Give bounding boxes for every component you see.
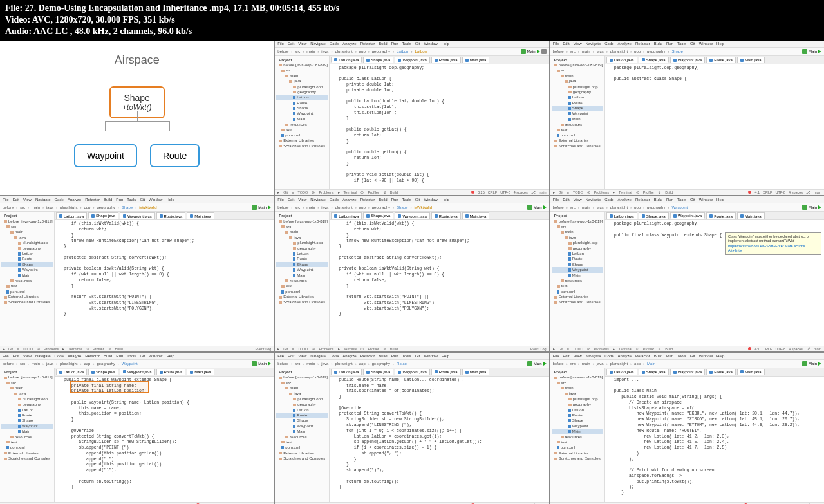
run-icon[interactable]: [537, 50, 540, 53]
breadcrumb-bar: before› src› main› java› pluralsight› oo…: [275, 48, 548, 56]
status-bar: ▸Git≡TODO⊘Problems▸Terminal⊙Profiler↯Bui…: [275, 346, 548, 351]
hammer-icon[interactable]: [802, 205, 807, 210]
editor-tabs[interactable]: LatLon.javaShape.javaWaypoint.javaRoute.…: [605, 212, 824, 220]
status-bar: ▸Git≡TODO⊘Problems▸Terminal⊙Profiler↯Bui…: [550, 502, 824, 504]
breadcrumb-bar: before›src›main›java›pluralsight›oop›geo…: [275, 203, 548, 212]
editor-tabs[interactable]: LatLon.javaShape.javaWaypoint.javaRoute.…: [330, 368, 548, 377]
project-tree[interactable]: Project before [java-oop-1z0-819] src ma…: [550, 368, 605, 502]
thumbnail-diagram: Airspace Shape +toWkt() Waypoint Route: [0, 41, 274, 196]
editor-tabs[interactable]: LatLon.javaShape.javaWaypoint.javaRoute.…: [330, 212, 548, 220]
diagram-connector: [73, 111, 201, 137]
menubar[interactable]: FileEditViewNavigateCodeAnalyzeRefactorB…: [275, 353, 548, 360]
breadcrumb-bar: before›src›main›java›pluralsight›oop›geo…: [0, 203, 274, 212]
project-tree[interactable]: Project before [java-oop-1z0-819] src ma…: [550, 212, 605, 346]
status-bar: ▸Git≡TODO⊘Problems▸Terminal⊙Profiler↯Bui…: [0, 502, 274, 504]
breadcrumb-bar: before›src›main›java›pluralsight›oop›Mai…: [550, 360, 824, 368]
menubar[interactable]: FileEditViewNavigateCodeAnalyzeRefactorB…: [550, 41, 824, 48]
thumbnail-ide-main: FileEditViewNavigateCodeAnalyzeRefactorB…: [550, 353, 824, 504]
run-icon[interactable]: [543, 205, 547, 209]
code-editor[interactable]: package pluralsight.oop.geography; publi…: [605, 64, 824, 190]
status-bar: ▸Git≡TODO⊘Problems▸Terminal⊙Profiler↯Bui…: [275, 502, 548, 504]
status-bar: ▸Git≡TODO⊘Problems▸Terminal⊙Profiler↯Bui…: [275, 189, 548, 195]
field-highlight: [70, 381, 149, 393]
breadcrumb-bar: before›src›main›java›pluralsight›oop›geo…: [550, 203, 824, 212]
menubar[interactable]: FileEditViewNavigateCodeAnalyzeRefactorB…: [0, 196, 274, 203]
status-bar: ▸Git≡TODO⊘Problems▸Terminal⊙Profiler↯Bui…: [550, 189, 824, 195]
breadcrumb-bar: before›src›main›java›pluralsight›oop›geo…: [550, 48, 824, 56]
menubar[interactable]: FileEditViewNavigateCodeAnalyzeRefactorB…: [275, 196, 548, 203]
project-tree[interactable]: Project before [java-oop-1z0-819] src ma…: [550, 56, 605, 190]
thumbnail-grid: Airspace Shape +toWkt() Waypoint Route F…: [0, 41, 824, 504]
project-tree[interactable]: Project before [java-oop-1z0-819] src ma…: [0, 368, 55, 502]
run-icon[interactable]: [818, 205, 821, 209]
editor-tabs[interactable]: LatLon.javaShape.javaWaypoint.javaRoute.…: [605, 368, 824, 377]
debug-icon[interactable]: [541, 49, 547, 54]
breadcrumb-bar: before›src›main›java›pluralsight›oop›geo…: [275, 360, 548, 368]
hammer-icon[interactable]: [527, 205, 532, 210]
code-editor[interactable]: if (this.isWktValid(wkt)) { return wkt; …: [330, 220, 548, 346]
hammer-icon[interactable]: [802, 361, 807, 366]
thumbnail-ide-route: FileEditViewNavigateCodeAnalyzeRefactorB…: [275, 353, 548, 504]
diagram-route-box: Route: [150, 144, 200, 167]
project-tree[interactable]: Project before [java-oop-1z0-819] src ma…: [0, 212, 55, 346]
run-icon[interactable]: [268, 205, 271, 209]
thumbnail-ide-shape: FileEditViewNavigateCodeAnalyzeRefactorB…: [550, 41, 824, 196]
code-editor[interactable]: public Route(String name, LatLon... coor…: [330, 377, 548, 502]
menubar[interactable]: FileEditViewNavigateCodeAnalyzeRefactorB…: [550, 353, 824, 360]
project-tree[interactable]: Project before [java-oop-1z0-819] src ma…: [275, 368, 330, 502]
hammer-icon[interactable]: [252, 205, 257, 210]
editor-tabs[interactable]: LatLon.javaShape.javaWaypoint.javaRoute.…: [55, 368, 274, 377]
code-editor[interactable]: package pluralsight.oop.geography; publi…: [330, 64, 548, 190]
status-bar: ▸Git≡TODO⊘Problems▸Terminal⊙Profiler↯Bui…: [0, 346, 274, 351]
thumbnail-ide-waypoint-error: FileEditViewNavigateCodeAnalyzeRefactorB…: [550, 196, 824, 351]
editor-tabs[interactable]: LatLon.javaShape.javaWaypoint.javaRoute.…: [55, 212, 274, 220]
menubar[interactable]: FileEditViewNavigateCodeAnalyzeRefactorB…: [0, 353, 274, 360]
code-editor[interactable]: import ... public class Main { public st…: [605, 377, 824, 502]
run-icon[interactable]: [818, 362, 821, 366]
run-icon[interactable]: [268, 362, 271, 366]
run-icon[interactable]: [818, 50, 821, 53]
hammer-icon[interactable]: [252, 361, 257, 366]
file-metadata-header: File: 27. Demo-Using Encapsulation and I…: [0, 0, 824, 41]
diagram-waypoint-box: Waypoint: [74, 144, 137, 167]
thumbnail-ide-shape-validation-a: FileEditViewNavigateCodeAnalyzeRefactorB…: [0, 196, 274, 351]
diagram-title: Airspace: [115, 53, 160, 67]
thumbnail-ide-waypoint-filled: FileEditViewNavigateCodeAnalyzeRefactorB…: [0, 353, 274, 504]
breadcrumb-bar: before›src›main›java›pluralsight›oop›geo…: [0, 360, 274, 368]
hammer-icon[interactable]: [527, 361, 532, 366]
hammer-icon[interactable]: [802, 49, 807, 54]
run-icon[interactable]: [543, 362, 547, 366]
project-tree[interactable]: Project before [java-oop-1z0-819] src ma…: [275, 212, 330, 346]
thumbnail-ide-shape-validation-b: FileEditViewNavigateCodeAnalyzeRefactorB…: [275, 196, 548, 351]
thumbnail-ide-latlon: FileEditViewNavigateCodeAnalyzeRefactorB…: [275, 41, 548, 196]
editor-tabs[interactable]: LatLon.java Shape.java Waypoint.java Rou…: [330, 56, 548, 64]
menubar[interactable]: FileEditViewNavigateCodeAnalyzeRefactorB…: [550, 196, 824, 203]
editor-tabs[interactable]: LatLon.java Shape.java Waypoint.java Rou…: [605, 56, 824, 64]
code-editor[interactable]: if (this.isWktValid(wkt)) { return wkt; …: [55, 220, 274, 346]
menubar[interactable]: FileEditViewNavigateCodeAnalyzeRefactorB…: [275, 41, 548, 48]
error-tooltip[interactable]: Class 'Waypoint' must either be declared…: [725, 232, 821, 254]
code-editor[interactable]: public final class Waypoint extends Shap…: [55, 377, 274, 502]
status-bar: ▸Git≡TODO⊘Problems▸Terminal⊙Profiler↯Bui…: [550, 346, 824, 351]
project-tree[interactable]: Project before [java-oop-1z0-819] src ma…: [275, 56, 330, 190]
hammer-icon[interactable]: [521, 49, 526, 54]
